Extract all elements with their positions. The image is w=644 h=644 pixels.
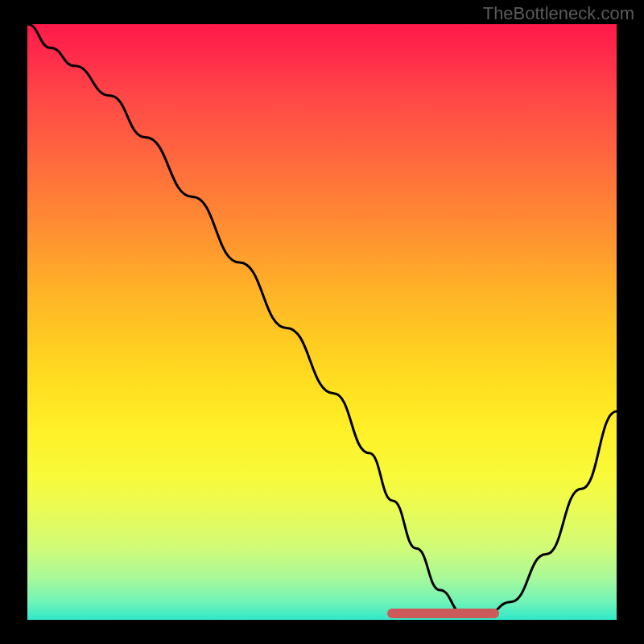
optimal-range-highlight xyxy=(387,609,499,618)
curve-path xyxy=(27,24,617,614)
bottleneck-curve xyxy=(27,24,617,620)
plot-area xyxy=(27,24,617,620)
watermark-text: TheBottleneck.com xyxy=(483,3,634,24)
